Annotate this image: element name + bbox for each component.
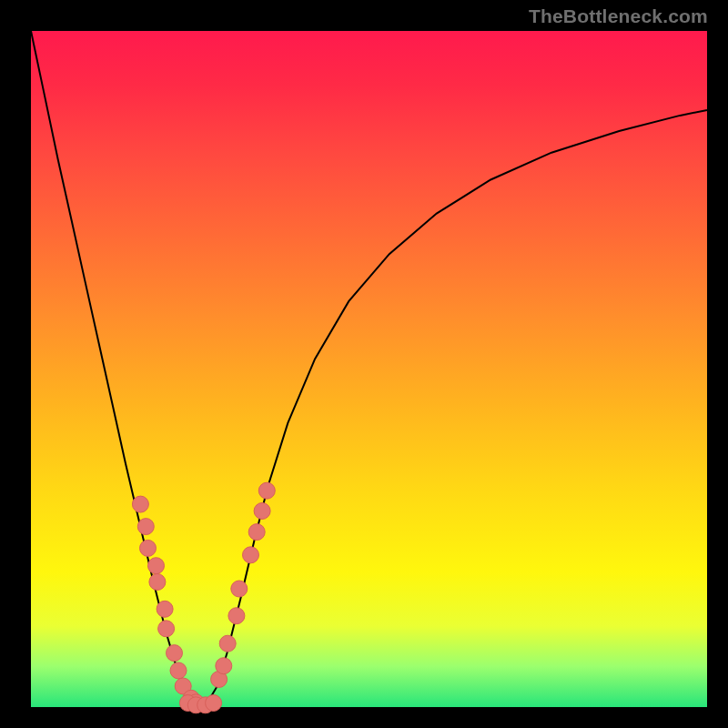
trough-dots-dot [206,695,222,712]
bottleneck-curve [31,31,707,707]
right-arm-dots-dot [254,503,270,520]
left-arm-dots-dot [149,574,166,591]
left-arm-dots-dot [167,645,183,662]
left-arm-dots-dot [158,621,175,637]
right-arm-dots-dot [258,482,275,499]
chart-svg [0,0,728,728]
left-arm-dots-dot [137,519,154,535]
right-arm-dots-dot [231,581,248,597]
left-arm-dots-dot [140,540,157,556]
chart-frame: TheBottleneck.com [0,0,728,728]
right-arm-dots-dot [228,608,245,624]
left-arm-dots-dot [157,601,173,617]
right-arm-dots-dot [243,547,259,563]
left-arm-dots-dot [132,496,148,512]
right-arm-dots-dot [219,635,236,652]
right-arm-dots-dot [248,524,265,541]
right-arm-dots-dot [216,658,232,674]
left-arm-dots-dot [170,662,187,679]
left-arm-dots-dot [148,558,165,574]
